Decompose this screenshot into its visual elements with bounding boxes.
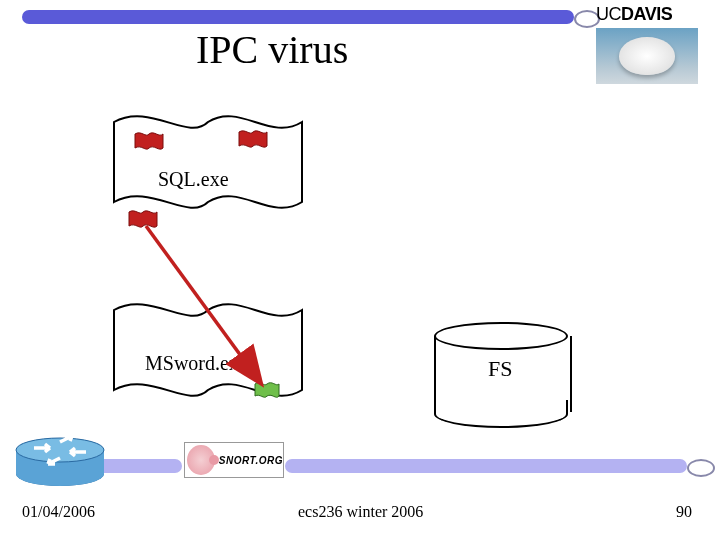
ucdavis-logo: UCDAVIS: [596, 4, 698, 25]
virus-flag-icon: [134, 130, 164, 152]
slide-title: IPC virus: [196, 26, 348, 73]
virus-flag-icon: [128, 208, 158, 230]
snort-pig-icon: [187, 445, 215, 475]
process-sql: [110, 98, 306, 226]
egghead-photo: [596, 28, 698, 84]
logo-uc: UC: [596, 4, 621, 24]
virus-flag-icon: [238, 128, 268, 150]
footer-course: ecs236 winter 2006: [298, 503, 423, 521]
footer-date: 01/04/2006: [22, 503, 95, 521]
page-number: 90: [676, 503, 692, 521]
process-sql-label: SQL.exe: [158, 168, 229, 191]
top-divider: [22, 10, 574, 24]
target-flag-icon: [254, 380, 280, 400]
router-icon: [12, 430, 108, 488]
process-msword-label: MSword.exe: [145, 352, 248, 375]
snort-text: SNORT.ORG: [219, 455, 283, 466]
bottom-divider-cap: [687, 459, 715, 477]
fs-label: FS: [488, 356, 512, 382]
logo-davis: DAVIS: [621, 4, 672, 24]
snort-logo: SNORT.ORG: [184, 442, 284, 478]
bottom-divider: [285, 459, 687, 473]
scroll-shape: [110, 98, 306, 226]
